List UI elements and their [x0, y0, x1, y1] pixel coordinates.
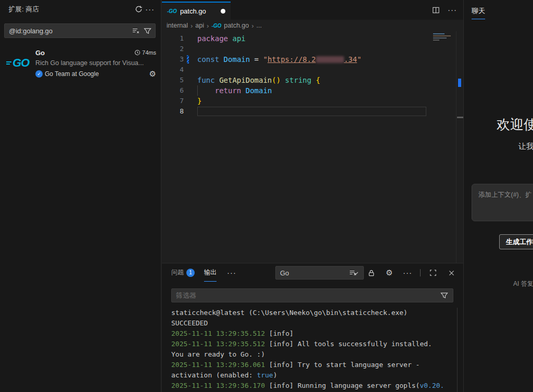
log-line: 2025-11-11 13:29:36.061 [info] Try to st…: [171, 360, 457, 370]
problems-count-badge: 1: [186, 269, 195, 277]
log-line: 2025-11-11 13:29:35.512 [info] All tools…: [171, 339, 457, 349]
line-number: 1: [162, 33, 184, 44]
log-token: [info]: [265, 330, 294, 337]
gutter: [184, 75, 197, 85]
clear-filter-icon[interactable]: [130, 25, 142, 36]
tab-label: patch.go: [180, 7, 218, 15]
breadcrumb-item[interactable]: internal: [167, 22, 188, 29]
code-token: func: [197, 76, 215, 84]
generate-workspace-button[interactable]: 生成工作: [499, 234, 533, 249]
log-token: SUCCEEDED: [171, 319, 208, 327]
code-token: string: [285, 76, 312, 84]
extension-description: Rich Go language support for Visua...: [35, 58, 156, 68]
chat-panel: 聊天 欢迎使 让我 添加上下文(#)、扩 生成工作 AI 答复: [463, 0, 533, 392]
code-token: [197, 86, 215, 95]
scrollbar-overview-ruler[interactable]: [456, 31, 463, 263]
log-token: staticcheck@latest (C:\Users\Neeko\go\bi…: [171, 309, 408, 317]
log-token: 2025-11-11 13:29:36.170: [171, 382, 265, 389]
panel-tabs-more-icon[interactable]: ···: [226, 267, 237, 279]
code-editor[interactable]: 1package api23const Domain = "https://8.…: [162, 31, 463, 263]
breadcrumb-separator: ›: [191, 22, 193, 30]
tab-patch-go[interactable]: -GO patch.go: [162, 2, 231, 20]
log-line: SUCCEEDED: [171, 318, 457, 328]
go-file-icon: -GO: [167, 8, 177, 14]
code-token: =: [250, 55, 263, 64]
maximize-panel-icon[interactable]: [427, 267, 439, 279]
code-token: }: [197, 97, 201, 105]
gutter: [184, 65, 197, 75]
breadcrumb-separator: ›: [207, 22, 209, 30]
unsaved-dot-icon[interactable]: [221, 9, 225, 14]
close-panel-icon[interactable]: [446, 267, 457, 279]
code-token: [311, 76, 315, 84]
code-token: GetApiDomain: [219, 76, 272, 84]
panel-tab-bar: 问题 1 输出 ··· Go ⚙ ···: [162, 263, 463, 282]
code-line[interactable]: 4: [162, 65, 463, 75]
go-logo-text: GO: [12, 56, 29, 70]
cursor-line-marker: [457, 117, 463, 118]
code-token: const: [197, 55, 219, 64]
log-token: true: [257, 371, 273, 379]
lock-scroll-icon[interactable]: [365, 267, 377, 279]
panel-more-icon[interactable]: ···: [402, 267, 413, 279]
extensions-search-box: [4, 23, 156, 38]
sidebar-title: 扩展: 商店: [8, 5, 133, 14]
code-token: [281, 76, 285, 84]
split-editor-icon[interactable]: [430, 4, 441, 16]
gutter: [184, 44, 197, 54]
log-token: [info] All tools successfully installed.: [265, 340, 432, 348]
output-filter-input[interactable]: [176, 292, 438, 299]
breadcrumb-separator: ›: [251, 22, 253, 30]
code-text: return Domain: [197, 85, 272, 96]
refresh-icon[interactable]: [133, 4, 144, 15]
log-line: staticcheck@latest (C:\Users\Neeko\go\bi…: [171, 308, 457, 318]
code-lines: 1package api23const Domain = "https://8.…: [162, 33, 463, 117]
go-extension-logo-icon: GO: [4, 48, 31, 78]
breadcrumb-item[interactable]: ...: [257, 22, 262, 29]
code-token: ": [263, 55, 267, 64]
code-line[interactable]: 2: [162, 44, 463, 54]
breadcrumb-item[interactable]: api: [195, 22, 204, 29]
minimap-line: [433, 35, 451, 36]
extension-list-item-go[interactable]: GO Go 74ms Rich Go language support for …: [0, 44, 161, 82]
code-token: Domain: [246, 86, 272, 95]
code-line[interactable]: 7}: [162, 96, 463, 106]
code-line[interactable]: 3const Domain = "https://8.2.34": [162, 54, 463, 65]
problems-label: 问题: [171, 268, 184, 277]
code-token: (): [272, 76, 281, 84]
gutter: [184, 33, 197, 44]
breadcrumb-item[interactable]: patch.go: [224, 22, 249, 29]
sidebar-more-icon[interactable]: ···: [144, 4, 156, 15]
extension-gear-icon[interactable]: ⚙: [149, 69, 156, 78]
output-settings-gear-icon[interactable]: ⚙: [384, 267, 395, 279]
code-token: {: [316, 76, 320, 84]
minimap[interactable]: [433, 33, 454, 47]
code-text: }: [197, 96, 201, 106]
tab-chat[interactable]: 聊天: [472, 6, 485, 19]
tab-output[interactable]: 输出: [204, 263, 217, 282]
extensions-search-input[interactable]: [9, 27, 130, 35]
tab-problems[interactable]: 问题 1: [171, 263, 195, 282]
filter-icon[interactable]: [142, 25, 153, 36]
minimap-line: [433, 40, 439, 41]
output-label: 输出: [204, 268, 217, 277]
code-line[interactable]: 8: [162, 106, 463, 117]
editor-more-icon[interactable]: ···: [447, 4, 458, 16]
code-token: .34: [344, 55, 357, 64]
gutter: [184, 96, 197, 106]
gutter: [184, 85, 197, 96]
filter-icon[interactable]: [438, 290, 450, 301]
chat-input-box[interactable]: 添加上下文(#)、扩: [472, 184, 533, 221]
log-token: v0.20.: [420, 382, 444, 389]
modified-gutter-indicator: [184, 54, 197, 65]
code-line[interactable]: 6 return Domain: [162, 85, 463, 96]
history-clock-icon: [134, 49, 141, 56]
clear-output-icon[interactable]: [347, 267, 359, 279]
line-number: 2: [162, 44, 184, 54]
code-line[interactable]: 1package api: [162, 33, 463, 44]
code-token: Domain: [224, 55, 250, 64]
log-line: activation (enabled: true): [171, 370, 457, 381]
code-token: [241, 86, 245, 95]
code-line[interactable]: 5func GetApiDomain() string {: [162, 75, 463, 85]
output-log[interactable]: staticcheck@latest (C:\Users\Neeko\go\bi…: [162, 308, 458, 392]
